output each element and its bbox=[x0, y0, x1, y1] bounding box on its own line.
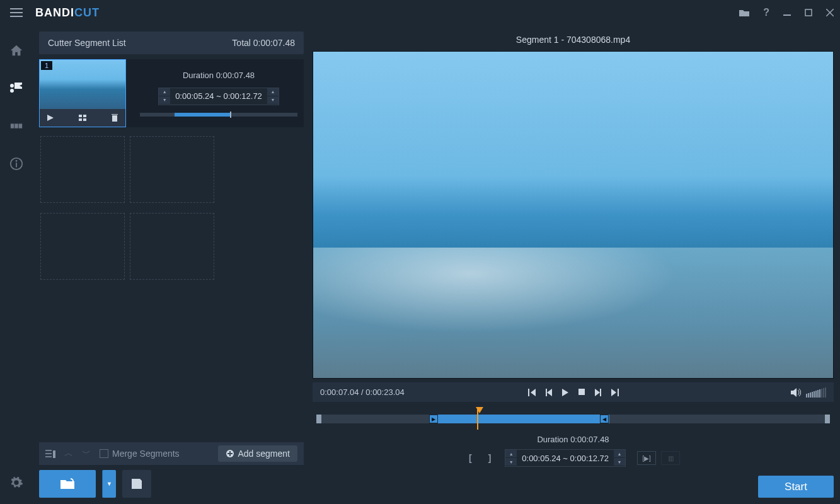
play-all-button[interactable]: ▥ bbox=[661, 451, 680, 465]
end-time-spinner[interactable]: ▲▼ bbox=[267, 88, 279, 105]
thumbnail-image: 1 bbox=[40, 60, 125, 109]
segment-duration-label: Duration 0:00:07.48 bbox=[183, 71, 255, 80]
seek-playhead[interactable] bbox=[476, 407, 483, 415]
step-back-icon[interactable] bbox=[546, 389, 552, 396]
logo-text-a: BANDI bbox=[35, 6, 74, 20]
svg-rect-7 bbox=[11, 123, 14, 128]
empty-slot bbox=[40, 136, 125, 203]
svg-rect-9 bbox=[19, 123, 22, 128]
svg-rect-12 bbox=[16, 163, 17, 167]
segment-panel: Cutter Segment List Total 0:00:07.48 1 D… bbox=[33, 25, 309, 504]
empty-segment-slots bbox=[39, 132, 304, 437]
segment-total-label: Total 0:00:07.48 bbox=[232, 38, 295, 48]
playback-time: 0:00:07.04 / 0:00:23.04 bbox=[320, 387, 405, 397]
move-down-icon[interactable]: ﹀ bbox=[82, 448, 91, 459]
play-icon[interactable] bbox=[562, 389, 568, 396]
seek-out-handle[interactable]: ◀ bbox=[600, 415, 609, 423]
thumb-delete-icon[interactable] bbox=[109, 112, 120, 123]
seek-start-marker[interactable] bbox=[316, 415, 321, 423]
cut-icon[interactable] bbox=[8, 79, 25, 97]
info-icon[interactable] bbox=[8, 155, 25, 173]
start-button[interactable]: Start bbox=[758, 476, 834, 498]
set-out-button[interactable]: ] bbox=[486, 452, 494, 464]
empty-slot bbox=[130, 136, 214, 203]
add-segment-button[interactable]: Add segment bbox=[218, 445, 298, 462]
empty-slot bbox=[40, 213, 125, 280]
left-rail bbox=[0, 25, 33, 504]
seek-bar[interactable]: ▶ ◀ bbox=[316, 415, 830, 423]
preview-title: Segment 1 - 704308068.mp4 bbox=[313, 32, 834, 47]
set-in-button[interactable]: [ bbox=[466, 452, 475, 464]
segment-panel-header: Cutter Segment List Total 0:00:07.48 bbox=[39, 32, 304, 54]
svg-rect-14 bbox=[83, 115, 86, 117]
add-segment-label: Add segment bbox=[238, 449, 291, 459]
thumb-play-icon[interactable] bbox=[45, 112, 56, 123]
svg-rect-8 bbox=[14, 123, 18, 128]
seek-end-marker[interactable] bbox=[825, 415, 830, 423]
playback-bar: 0:00:07.04 / 0:00:23.04 bbox=[313, 382, 834, 402]
join-icon[interactable] bbox=[8, 117, 25, 135]
open-file-button[interactable] bbox=[39, 470, 96, 498]
app-logo: BANDICUT bbox=[35, 6, 100, 20]
preview-time-editor: ▲▼ 0:00:05.24 ~ 0:00:12.72 ▲▼ bbox=[505, 449, 626, 467]
segment-mini-timeline[interactable] bbox=[140, 113, 297, 117]
logo-text-b: CUT bbox=[74, 6, 100, 20]
help-icon[interactable]: ? bbox=[763, 7, 769, 18]
segment-time-range[interactable]: 0:00:05.24 ~ 0:00:12.72 bbox=[170, 89, 267, 103]
segment-index-badge: 1 bbox=[41, 61, 52, 70]
segment-thumbnail[interactable]: 1 bbox=[39, 59, 126, 127]
svg-rect-16 bbox=[83, 118, 86, 121]
preview-panel: Segment 1 - 704308068.mp4 0:00:07.04 / 0… bbox=[309, 25, 840, 504]
stop-icon[interactable] bbox=[578, 389, 585, 396]
svg-rect-4 bbox=[805, 9, 812, 16]
menu-button[interactable] bbox=[0, 0, 33, 25]
svg-rect-23 bbox=[578, 389, 585, 395]
save-button[interactable] bbox=[122, 470, 151, 498]
empty-slot bbox=[130, 213, 214, 280]
segment-list-title: Cutter Segment List bbox=[48, 38, 126, 48]
step-forward-icon[interactable] bbox=[595, 389, 601, 396]
segment-time-editor: ▲▼ 0:00:05.24 ~ 0:00:12.72 ▲▼ bbox=[158, 88, 279, 105]
start-time-spinner[interactable]: ▲▼ bbox=[159, 88, 170, 105]
preview-start-spinner[interactable]: ▲▼ bbox=[505, 450, 517, 466]
thumb-grid-icon[interactable] bbox=[77, 112, 88, 123]
move-up-icon[interactable]: ︿ bbox=[64, 448, 73, 459]
settings-icon[interactable] bbox=[8, 474, 25, 491]
svg-rect-15 bbox=[79, 118, 82, 121]
home-icon[interactable] bbox=[8, 42, 25, 59]
titlebar: BANDICUT ? bbox=[0, 0, 840, 25]
play-segment-button[interactable]: [▶] bbox=[637, 451, 656, 465]
open-file-dropdown[interactable]: ▼ bbox=[102, 470, 116, 498]
file-actions: ▼ bbox=[39, 470, 304, 498]
next-frame-icon[interactable] bbox=[611, 389, 619, 396]
prev-frame-icon[interactable] bbox=[528, 389, 536, 396]
seek-selection bbox=[429, 415, 609, 423]
preview-time-range[interactable]: 0:00:05.24 ~ 0:00:12.72 bbox=[517, 451, 614, 466]
volume-slider[interactable] bbox=[806, 387, 826, 398]
volume-icon[interactable] bbox=[791, 388, 801, 397]
preview-end-spinner[interactable]: ▲▼ bbox=[614, 450, 625, 466]
list-menu-icon[interactable] bbox=[45, 449, 55, 458]
close-icon[interactable] bbox=[826, 9, 834, 16]
svg-point-11 bbox=[16, 160, 18, 162]
preview-duration-label: Duration 0:00:07.48 bbox=[537, 435, 609, 444]
seek-in-handle[interactable]: ▶ bbox=[429, 415, 438, 423]
open-folder-icon[interactable] bbox=[739, 9, 749, 16]
minimize-icon[interactable] bbox=[783, 9, 791, 16]
svg-rect-13 bbox=[79, 115, 82, 117]
maximize-icon[interactable] bbox=[805, 9, 812, 16]
merge-checkbox[interactable]: Merge Segments bbox=[100, 449, 180, 459]
video-preview[interactable] bbox=[313, 51, 834, 379]
segment-row: 1 Duration 0:00:07.48 ▲▼ 0:00:05.24 ~ 0:… bbox=[39, 59, 304, 127]
segment-list-footer: ︿ ﹀ Merge Segments Add segment bbox=[39, 442, 304, 465]
